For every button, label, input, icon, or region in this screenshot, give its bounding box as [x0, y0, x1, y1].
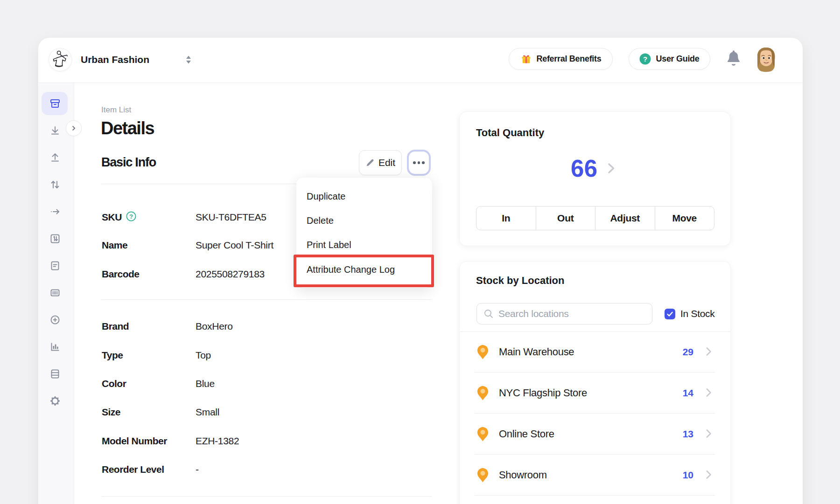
- svg-text:?: ?: [644, 55, 648, 63]
- svg-text:?: ?: [129, 214, 133, 220]
